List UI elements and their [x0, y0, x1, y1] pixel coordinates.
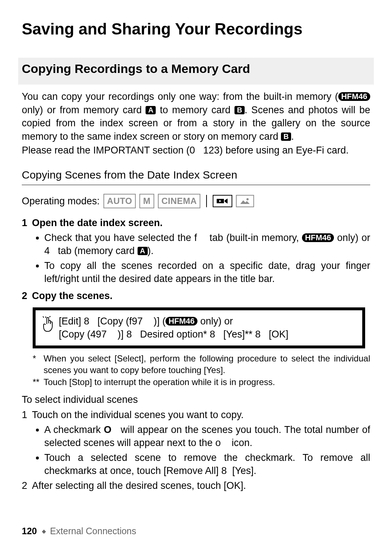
copy-source-glyph-card: 497	[90, 329, 107, 340]
step-1-heading: Open the date index screen.	[32, 217, 163, 228]
mode-separator	[206, 195, 207, 207]
touch-icon	[42, 315, 54, 336]
step-1-bullet-2: To copy all the scenes recorded on a spe…	[44, 259, 370, 286]
intro-paragraphs: You can copy your recordings only one wa…	[22, 90, 370, 157]
page-ref-icon: 0	[189, 145, 195, 156]
select-step-1-bullet-2: Touch a selected scene to remove the che…	[44, 451, 370, 478]
intro-paragraph-2: Please read the IMPORTANT section (0 123…	[22, 144, 370, 157]
svg-marker-3	[240, 200, 250, 204]
procedure-steps: Open the date index screen. Check that y…	[22, 216, 370, 302]
select-step-2: After selecting all the desired scenes, …	[22, 479, 370, 492]
diamond-icon	[42, 529, 46, 533]
model-badge-3: HFM46	[166, 317, 197, 326]
step-2-heading: Copy the scenes.	[32, 290, 113, 301]
model-badge: HFM46	[338, 92, 370, 101]
card-b-chip-2: B	[281, 132, 291, 141]
svg-marker-1	[225, 199, 228, 204]
touch-sequence-text: [Edit] 8 [Copy (f97 )] (HFM46 only) or […	[59, 315, 356, 341]
operating-modes-label: Operating modes:	[22, 195, 100, 208]
footnote-1: * When you select [Select], perform the …	[33, 353, 370, 376]
card-a-chip: A	[146, 106, 156, 114]
arrow-icon: 8	[126, 329, 132, 340]
section-title: Copying Recordings to a Memory Card	[22, 62, 250, 75]
model-badge-2: HFM46	[302, 233, 334, 242]
page-footer: 120 External Connections	[22, 525, 136, 537]
arrow-icon: 8	[210, 329, 215, 340]
mode-m-box: M	[139, 194, 154, 208]
mode-movie-playback-box	[213, 195, 232, 207]
mode-cinema-box: CINEMA	[158, 194, 201, 208]
select-step-1: Touch on the individual scenes you want …	[22, 408, 370, 477]
select-individual-heading: To select individual scenes	[22, 393, 370, 406]
section-header-bar: Copying Recordings to a Memory Card	[18, 58, 374, 85]
selected-count-icon: o	[215, 437, 221, 448]
mode-photo-playback-box	[236, 195, 254, 207]
card-b-chip: B	[234, 106, 245, 114]
chapter-title: Saving and Sharing Your Recordings	[22, 18, 370, 40]
step-1: Open the date index screen. Check that y…	[22, 216, 370, 285]
page-number: 120	[22, 526, 37, 536]
touch-sequence-box: [Edit] 8 [Copy (f97 )] (HFM46 only) or […	[33, 307, 365, 348]
checkmark-icon: O	[104, 423, 111, 436]
arrow-icon: 8	[255, 329, 261, 340]
mode-auto-box: AUTO	[103, 194, 136, 208]
arrow-icon: 8	[221, 465, 227, 476]
svg-point-4	[246, 198, 249, 200]
tab-glyph-internal: f	[194, 232, 197, 243]
copy-source-glyph-internal: f97	[129, 316, 143, 327]
select-step-1-bullet-1: A checkmark O will appear on the scenes …	[44, 423, 370, 450]
manual-page: Saving and Sharing Your Recordings Copyi…	[0, 0, 392, 552]
intro-paragraph-1: You can copy your recordings only one wa…	[22, 90, 370, 143]
footnote-2: ** Touch [Stop] to interrupt the operati…	[33, 376, 370, 388]
subsection-title: Copying Scenes from the Date Index Scree…	[22, 168, 370, 183]
tab-glyph-card: 4	[44, 245, 50, 256]
footer-section-name: External Connections	[50, 526, 136, 536]
footnotes: * When you select [Select], perform the …	[33, 353, 370, 388]
arrow-icon: 8	[84, 316, 89, 327]
step-1-bullet-1: Check that you have selected the f tab (…	[44, 231, 370, 258]
card-a-chip-2: A	[138, 247, 148, 255]
operating-modes-row: Operating modes: AUTO M CINEMA	[22, 194, 370, 208]
step-2: Copy the scenes.	[22, 289, 370, 302]
select-individual-steps: Touch on the individual scenes you want …	[22, 408, 370, 492]
divider	[22, 185, 370, 185]
